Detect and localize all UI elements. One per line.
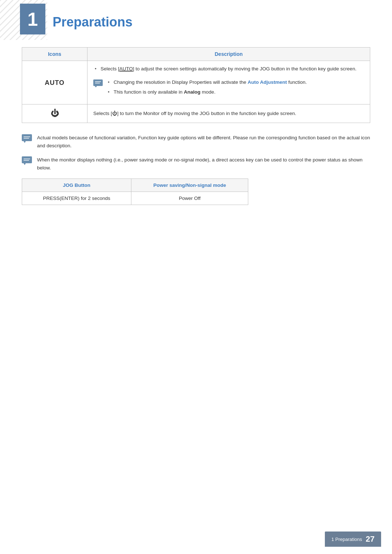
footer-chapter-label: 1 Preparations xyxy=(331,537,362,542)
auto-bullet-3: This function is only available in Analo… xyxy=(106,89,364,96)
svg-marker-11 xyxy=(24,163,26,165)
note-text-2: When the monitor displays nothing (i.e.,… xyxy=(37,156,370,172)
jog-power-table: JOG Button Power saving/Non-signal mode … xyxy=(22,178,248,205)
table-row-press-enter: PRESS(ENTER) for 2 seconds Power Off xyxy=(22,192,248,205)
chapter-box: 1 xyxy=(20,4,45,34)
svg-marker-7 xyxy=(24,141,26,143)
auto-label-inline: AUTO xyxy=(119,66,133,71)
table-row-power: ⏻ Selects [⏻] to turn the Monitor off by… xyxy=(22,104,370,123)
auto-bullet-1: Selects [AUTO] to adjust the screen sett… xyxy=(93,65,364,73)
auto-desc-cell: Selects [AUTO] to adjust the screen sett… xyxy=(87,61,370,104)
table-row-auto: AUTO Selects [AUTO] to adjust the screen… xyxy=(22,61,370,104)
power-icon-cell: ⏻ xyxy=(22,104,87,123)
footer: 1 Preparations 27 xyxy=(0,532,392,547)
chapter-title: Preparations xyxy=(53,15,132,30)
col-power-saving: Power saving/Non-signal mode xyxy=(131,179,248,192)
power-value: Power Off xyxy=(131,192,248,205)
note-block-1: Actual models because of functional vari… xyxy=(22,134,370,150)
icons-description-table: Icons Description AUTO Selects [AUTO] to… xyxy=(22,47,370,123)
note-icon-1 xyxy=(22,134,32,144)
power-symbol: ⏻ xyxy=(51,109,59,118)
auto-icon-cell: AUTO xyxy=(22,61,87,104)
svg-rect-6 xyxy=(22,134,32,141)
power-description: Selects [⏻] to turn the Monitor off by m… xyxy=(93,111,296,116)
svg-marker-3 xyxy=(95,86,97,87)
chapter-number: 1 xyxy=(28,10,38,29)
col-header-description: Description xyxy=(87,48,370,61)
footer-tab: 1 Preparations 27 xyxy=(325,532,381,547)
auto-adjustment-label: Auto Adjustment xyxy=(248,79,287,85)
note-text-1: Actual models because of functional vari… xyxy=(37,134,370,150)
analog-label: Analog xyxy=(184,89,201,95)
jog-value: PRESS(ENTER) for 2 seconds xyxy=(22,192,131,205)
col-header-icons: Icons xyxy=(22,48,87,61)
svg-rect-10 xyxy=(22,156,32,163)
power-desc-cell: Selects [⏻] to turn the Monitor off by m… xyxy=(87,104,370,123)
auto-bullet-2: Changing the resolution in Display Prope… xyxy=(106,79,364,86)
auto-text: AUTO xyxy=(45,79,65,86)
subnote-icon xyxy=(93,79,103,90)
col-jog-button: JOG Button xyxy=(22,179,131,192)
svg-rect-2 xyxy=(93,79,103,86)
footer-page-number: 27 xyxy=(366,534,375,544)
main-content: Icons Description AUTO Selects [AUTO] to… xyxy=(22,47,370,205)
note-block-2: When the monitor displays nothing (i.e.,… xyxy=(22,156,370,172)
note-icon-2 xyxy=(22,156,32,166)
